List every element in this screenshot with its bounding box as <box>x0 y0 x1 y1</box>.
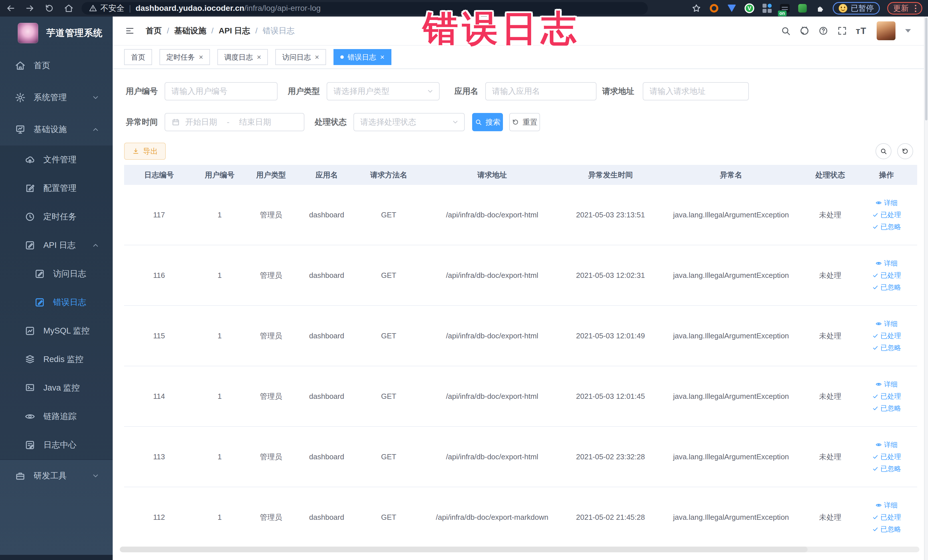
cell: GET <box>357 513 421 522</box>
tab-schedule-log[interactable]: 调度日志× <box>217 49 268 65</box>
help-icon[interactable] <box>818 26 829 36</box>
cell: /api/infra/db-doc/export-markdown <box>421 513 563 522</box>
action-ignored[interactable]: 已忽略 <box>872 222 901 231</box>
sidebar-item-scheduled-tasks[interactable]: 定时任务 <box>0 203 113 231</box>
infrastructure-submenu: 文件管理 配置管理 定时任务 API 日志 访问日志 错误日志 <box>0 145 113 459</box>
action-processed[interactable]: 已处理 <box>872 331 901 340</box>
sidebar-item-system[interactable]: 系统管理 <box>0 82 113 113</box>
home-icon[interactable] <box>64 3 73 13</box>
browser-update-button[interactable]: 更新 <box>887 2 922 15</box>
process-status-select[interactable]: 请选择处理状态 <box>353 113 465 131</box>
back-icon[interactable] <box>6 3 15 13</box>
exception-time-range-picker[interactable]: 开始日期 - 结束日期 <box>165 113 304 131</box>
sidebar-item-mysql-monitor[interactable]: MySQL 监控 <box>0 317 113 345</box>
action-ignored[interactable]: 已忽略 <box>872 525 901 534</box>
toggle-search-button[interactable] <box>876 143 891 159</box>
extension-dark-icon[interactable]: on <box>780 3 790 14</box>
extension-green-v-icon[interactable]: V <box>744 3 754 14</box>
font-size-icon[interactable]: тT <box>856 26 866 36</box>
request-url-input[interactable]: 请输入请求地址 <box>643 82 749 101</box>
app-logo[interactable]: 芋道管理系统 <box>0 17 113 50</box>
action-ignored[interactable]: 已忽略 <box>872 464 901 473</box>
edit-square-icon <box>24 183 35 194</box>
check-icon <box>872 224 878 230</box>
cell: 管理员 <box>245 512 297 522</box>
action-processed[interactable]: 已处理 <box>872 452 901 461</box>
breadcrumb-infrastructure[interactable]: 基础设施 <box>174 25 206 36</box>
sidebar-item-redis-monitor[interactable]: Redis 监控 <box>0 345 113 374</box>
close-icon[interactable]: × <box>314 53 319 61</box>
hamburger-icon[interactable] <box>124 26 136 36</box>
search-button[interactable]: 搜索 <box>472 113 503 131</box>
exception-time-label: 异常时间 <box>124 117 158 128</box>
action-detail[interactable]: 详细 <box>876 198 898 208</box>
bookmark-star-icon[interactable] <box>691 3 701 13</box>
sidebar-item-devtools[interactable]: 研发工具 <box>0 460 113 492</box>
action-ignored[interactable]: 已忽略 <box>872 343 901 352</box>
breadcrumb-home[interactable]: 首页 <box>146 25 162 36</box>
sidebar-item-log-center[interactable]: 日志中心 <box>0 431 113 459</box>
search-icon[interactable] <box>780 26 791 36</box>
avatar[interactable] <box>877 21 896 40</box>
extension-grid-icon[interactable] <box>762 3 772 14</box>
browser-menu-icon[interactable] <box>915 5 916 12</box>
sidebar-item-api-log[interactable]: API 日志 <box>0 231 113 259</box>
close-icon[interactable]: × <box>380 53 385 61</box>
breadcrumb-api-log[interactable]: API 日志 <box>219 25 250 36</box>
tab-scheduled-tasks[interactable]: 定时任务× <box>159 49 210 65</box>
tab-access-log[interactable]: 访问日志× <box>275 49 326 65</box>
sidebar-item-config-management[interactable]: 配置管理 <box>0 174 113 203</box>
tab-home[interactable]: 首页 <box>124 49 152 65</box>
user-type-select[interactable]: 请选择用户类型 <box>327 82 440 101</box>
cell: java.lang.IllegalArgumentException <box>658 452 804 461</box>
fullscreen-icon[interactable] <box>837 26 847 36</box>
extension-plant-icon[interactable] <box>797 3 807 14</box>
github-icon[interactable] <box>799 26 810 36</box>
vertical-scrollbar[interactable] <box>924 17 928 560</box>
sidebar-item-file-management[interactable]: 文件管理 <box>0 145 113 174</box>
action-processed[interactable]: 已处理 <box>872 210 901 220</box>
end-date-placeholder: 结束日期 <box>239 117 271 128</box>
action-detail[interactable]: 详细 <box>876 440 898 449</box>
close-icon[interactable]: × <box>199 53 203 61</box>
sidebar-item-trace[interactable]: 链路追踪 <box>0 402 113 431</box>
cell: 2021-05-03 12:02:31 <box>563 271 658 280</box>
tab-error-log[interactable]: 错误日志× <box>333 49 391 65</box>
action-ignored[interactable]: 已忽略 <box>872 404 901 413</box>
extension-orange-ring-icon[interactable] <box>709 3 719 14</box>
column-header: 请求方法名 <box>357 170 421 180</box>
extension-blue-shield-icon[interactable] <box>727 3 737 14</box>
cell: 未处理 <box>804 331 856 341</box>
refresh-table-button[interactable] <box>897 143 913 159</box>
check-icon <box>872 465 878 472</box>
action-detail[interactable]: 详细 <box>876 500 898 510</box>
scrollbar-thumb[interactable] <box>925 18 927 121</box>
extensions-puzzle-icon[interactable] <box>816 4 825 13</box>
reset-button[interactable]: 重置 <box>509 113 540 131</box>
sidebar-item-home[interactable]: 首页 <box>0 50 113 82</box>
horizontal-scrollbar[interactable] <box>120 546 919 552</box>
reload-icon[interactable] <box>44 3 54 13</box>
sidebar-scrollbar[interactable] <box>0 555 113 560</box>
infrastructure-icon <box>15 124 26 135</box>
caret-down-icon[interactable] <box>905 29 911 32</box>
forward-icon[interactable] <box>25 3 35 13</box>
export-button[interactable]: 导出 <box>124 143 166 160</box>
user-id-input[interactable]: 请输入用户编号 <box>165 82 278 101</box>
app-name-input[interactable]: 请输入应用名 <box>485 82 597 101</box>
action-processed[interactable]: 已处理 <box>872 392 901 401</box>
paused-extension-pill[interactable]: 已暂停 <box>833 2 880 15</box>
action-processed[interactable]: 已处理 <box>872 271 901 280</box>
sidebar-item-access-log[interactable]: 访问日志 <box>0 259 113 288</box>
action-ignored[interactable]: 已忽略 <box>872 283 901 292</box>
action-detail[interactable]: 详细 <box>876 319 898 328</box>
sidebar-item-infrastructure[interactable]: 基础设施 <box>0 113 113 145</box>
sidebar-item-error-log[interactable]: 错误日志 <box>0 288 113 317</box>
close-icon[interactable]: × <box>257 53 261 61</box>
sidebar-item-java-monitor[interactable]: Java 监控 <box>0 374 113 402</box>
sidebar-item-label: 基础设施 <box>34 124 67 135</box>
action-processed[interactable]: 已处理 <box>872 513 901 522</box>
action-detail[interactable]: 详细 <box>876 380 898 389</box>
security-label[interactable]: 不安全 <box>101 3 124 14</box>
action-detail[interactable]: 详细 <box>876 259 898 268</box>
